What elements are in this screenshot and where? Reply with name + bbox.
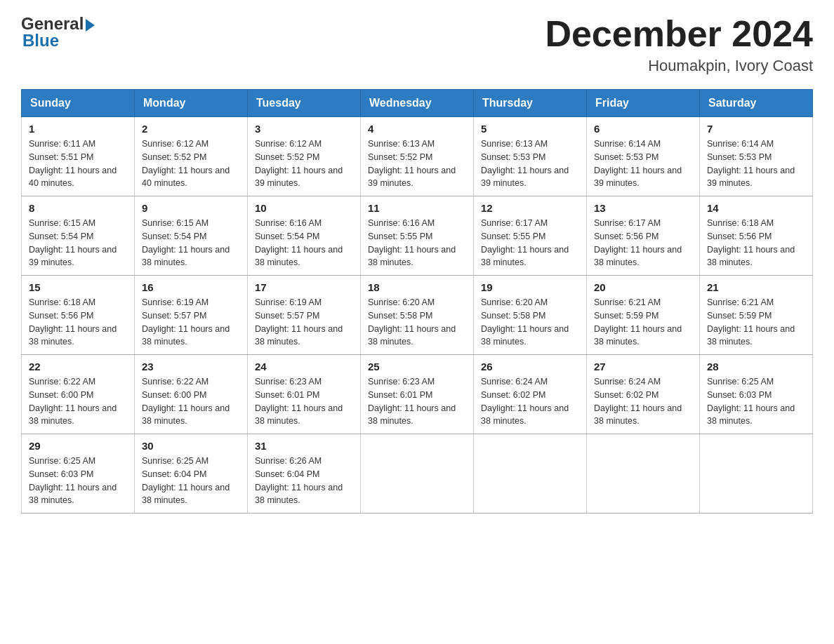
table-row: 7 Sunrise: 6:14 AM Sunset: 5:53 PM Dayli… [700, 117, 813, 196]
day-info: Sunrise: 6:24 AM Sunset: 6:02 PM Dayligh… [481, 375, 579, 428]
day-info: Sunrise: 6:12 AM Sunset: 5:52 PM Dayligh… [142, 137, 240, 190]
day-number: 11 [368, 202, 466, 214]
table-row [361, 434, 474, 514]
day-info: Sunrise: 6:16 AM Sunset: 5:55 PM Dayligh… [368, 217, 466, 269]
day-number: 27 [594, 361, 692, 373]
day-number: 28 [707, 361, 805, 373]
day-number: 12 [481, 202, 579, 214]
day-number: 5 [481, 123, 579, 135]
day-info: Sunrise: 6:11 AM Sunset: 5:51 PM Dayligh… [29, 137, 127, 190]
day-info: Sunrise: 6:15 AM Sunset: 5:54 PM Dayligh… [142, 217, 240, 269]
table-row: 18 Sunrise: 6:20 AM Sunset: 5:58 PM Dayl… [361, 276, 474, 355]
day-info: Sunrise: 6:22 AM Sunset: 6:00 PM Dayligh… [29, 375, 127, 428]
calendar-week-row: 22 Sunrise: 6:22 AM Sunset: 6:00 PM Dayl… [22, 355, 813, 434]
day-info: Sunrise: 6:19 AM Sunset: 5:57 PM Dayligh… [142, 296, 240, 349]
calendar-week-row: 15 Sunrise: 6:18 AM Sunset: 5:56 PM Dayl… [22, 276, 813, 355]
day-info: Sunrise: 6:23 AM Sunset: 6:01 PM Dayligh… [255, 375, 353, 428]
col-friday: Friday [587, 90, 700, 117]
table-row: 26 Sunrise: 6:24 AM Sunset: 6:02 PM Dayl… [474, 355, 587, 434]
day-info: Sunrise: 6:19 AM Sunset: 5:57 PM Dayligh… [255, 296, 353, 349]
col-saturday: Saturday [700, 90, 813, 117]
day-number: 19 [481, 281, 579, 293]
day-number: 7 [707, 123, 805, 135]
day-info: Sunrise: 6:22 AM Sunset: 6:00 PM Dayligh… [142, 375, 240, 428]
table-row: 5 Sunrise: 6:13 AM Sunset: 5:53 PM Dayli… [474, 117, 587, 196]
table-row: 23 Sunrise: 6:22 AM Sunset: 6:00 PM Dayl… [135, 355, 248, 434]
day-number: 15 [29, 281, 127, 293]
day-info: Sunrise: 6:18 AM Sunset: 5:56 PM Dayligh… [707, 217, 805, 269]
table-row: 29 Sunrise: 6:25 AM Sunset: 6:03 PM Dayl… [22, 434, 135, 514]
page-header: General Blue December 2024 Houmakpin, Iv… [21, 14, 813, 75]
day-number: 18 [368, 281, 466, 293]
table-row: 11 Sunrise: 6:16 AM Sunset: 5:55 PM Dayl… [361, 196, 474, 276]
day-number: 8 [29, 202, 127, 214]
day-info: Sunrise: 6:13 AM Sunset: 5:52 PM Dayligh… [368, 137, 466, 190]
day-number: 20 [594, 281, 692, 293]
table-row: 8 Sunrise: 6:15 AM Sunset: 5:54 PM Dayli… [22, 196, 135, 276]
table-row: 17 Sunrise: 6:19 AM Sunset: 5:57 PM Dayl… [248, 276, 361, 355]
table-row: 21 Sunrise: 6:21 AM Sunset: 5:59 PM Dayl… [700, 276, 813, 355]
location: Houmakpin, Ivory Coast [545, 57, 813, 75]
logo-arrow-icon [86, 19, 95, 32]
table-row [700, 434, 813, 514]
table-row: 24 Sunrise: 6:23 AM Sunset: 6:01 PM Dayl… [248, 355, 361, 434]
day-info: Sunrise: 6:13 AM Sunset: 5:53 PM Dayligh… [481, 137, 579, 190]
logo-blue-text: Blue [21, 31, 59, 51]
title-section: December 2024 Houmakpin, Ivory Coast [545, 14, 813, 75]
logo: General Blue [21, 14, 95, 51]
col-thursday: Thursday [474, 90, 587, 117]
day-number: 3 [255, 123, 353, 135]
day-info: Sunrise: 6:20 AM Sunset: 5:58 PM Dayligh… [481, 296, 579, 349]
table-row: 2 Sunrise: 6:12 AM Sunset: 5:52 PM Dayli… [135, 117, 248, 196]
day-info: Sunrise: 6:12 AM Sunset: 5:52 PM Dayligh… [255, 137, 353, 190]
calendar-header-row: Sunday Monday Tuesday Wednesday Thursday… [22, 90, 813, 117]
day-number: 2 [142, 123, 240, 135]
table-row: 19 Sunrise: 6:20 AM Sunset: 5:58 PM Dayl… [474, 276, 587, 355]
day-number: 14 [707, 202, 805, 214]
day-number: 31 [255, 440, 353, 452]
day-info: Sunrise: 6:26 AM Sunset: 6:04 PM Dayligh… [255, 455, 353, 507]
day-number: 1 [29, 123, 127, 135]
day-info: Sunrise: 6:16 AM Sunset: 5:54 PM Dayligh… [255, 217, 353, 269]
table-row [474, 434, 587, 514]
day-info: Sunrise: 6:20 AM Sunset: 5:58 PM Dayligh… [368, 296, 466, 349]
day-number: 23 [142, 361, 240, 373]
day-info: Sunrise: 6:25 AM Sunset: 6:04 PM Dayligh… [142, 455, 240, 507]
table-row: 6 Sunrise: 6:14 AM Sunset: 5:53 PM Dayli… [587, 117, 700, 196]
month-title: December 2024 [545, 14, 813, 54]
day-info: Sunrise: 6:14 AM Sunset: 5:53 PM Dayligh… [594, 137, 692, 190]
table-row: 12 Sunrise: 6:17 AM Sunset: 5:55 PM Dayl… [474, 196, 587, 276]
day-number: 13 [594, 202, 692, 214]
day-number: 17 [255, 281, 353, 293]
day-number: 10 [255, 202, 353, 214]
calendar-table: Sunday Monday Tuesday Wednesday Thursday… [21, 89, 813, 514]
day-number: 6 [594, 123, 692, 135]
day-info: Sunrise: 6:21 AM Sunset: 5:59 PM Dayligh… [594, 296, 692, 349]
day-number: 30 [142, 440, 240, 452]
table-row: 30 Sunrise: 6:25 AM Sunset: 6:04 PM Dayl… [135, 434, 248, 514]
calendar-week-row: 8 Sunrise: 6:15 AM Sunset: 5:54 PM Dayli… [22, 196, 813, 276]
table-row: 4 Sunrise: 6:13 AM Sunset: 5:52 PM Dayli… [361, 117, 474, 196]
calendar-week-row: 29 Sunrise: 6:25 AM Sunset: 6:03 PM Dayl… [22, 434, 813, 514]
day-info: Sunrise: 6:25 AM Sunset: 6:03 PM Dayligh… [707, 375, 805, 428]
day-info: Sunrise: 6:17 AM Sunset: 5:56 PM Dayligh… [594, 217, 692, 269]
table-row: 10 Sunrise: 6:16 AM Sunset: 5:54 PM Dayl… [248, 196, 361, 276]
table-row: 22 Sunrise: 6:22 AM Sunset: 6:00 PM Dayl… [22, 355, 135, 434]
table-row: 13 Sunrise: 6:17 AM Sunset: 5:56 PM Dayl… [587, 196, 700, 276]
day-number: 25 [368, 361, 466, 373]
day-number: 29 [29, 440, 127, 452]
table-row: 1 Sunrise: 6:11 AM Sunset: 5:51 PM Dayli… [22, 117, 135, 196]
table-row: 20 Sunrise: 6:21 AM Sunset: 5:59 PM Dayl… [587, 276, 700, 355]
col-monday: Monday [135, 90, 248, 117]
table-row: 15 Sunrise: 6:18 AM Sunset: 5:56 PM Dayl… [22, 276, 135, 355]
table-row: 14 Sunrise: 6:18 AM Sunset: 5:56 PM Dayl… [700, 196, 813, 276]
col-tuesday: Tuesday [248, 90, 361, 117]
table-row: 31 Sunrise: 6:26 AM Sunset: 6:04 PM Dayl… [248, 434, 361, 514]
day-info: Sunrise: 6:25 AM Sunset: 6:03 PM Dayligh… [29, 455, 127, 507]
day-info: Sunrise: 6:23 AM Sunset: 6:01 PM Dayligh… [368, 375, 466, 428]
table-row [587, 434, 700, 514]
table-row: 3 Sunrise: 6:12 AM Sunset: 5:52 PM Dayli… [248, 117, 361, 196]
table-row: 27 Sunrise: 6:24 AM Sunset: 6:02 PM Dayl… [587, 355, 700, 434]
day-info: Sunrise: 6:14 AM Sunset: 5:53 PM Dayligh… [707, 137, 805, 190]
day-info: Sunrise: 6:15 AM Sunset: 5:54 PM Dayligh… [29, 217, 127, 269]
